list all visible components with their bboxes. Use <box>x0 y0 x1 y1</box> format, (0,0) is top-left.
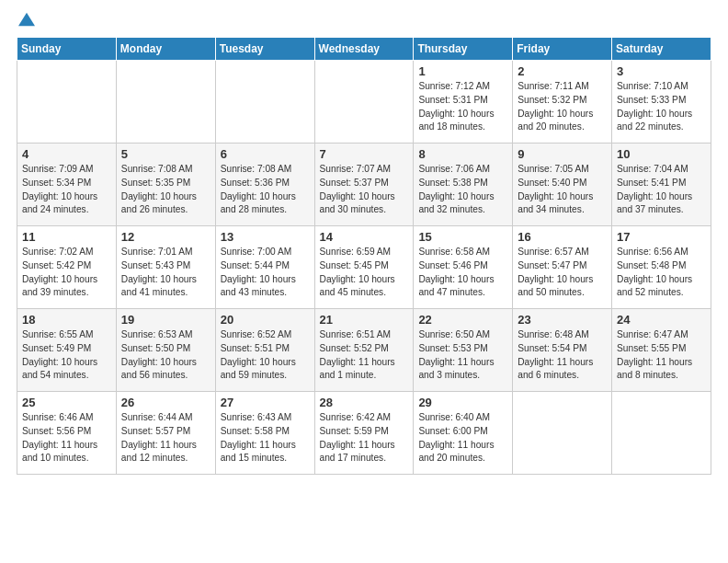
calendar-cell: 13Sunrise: 7:00 AM Sunset: 5:44 PM Dayli… <box>215 226 314 309</box>
day-info: Sunrise: 7:09 AM Sunset: 5:34 PM Dayligh… <box>22 163 111 217</box>
weekday-header-monday: Monday <box>116 38 215 61</box>
calendar-cell <box>215 61 314 144</box>
day-info: Sunrise: 6:53 AM Sunset: 5:50 PM Dayligh… <box>121 328 210 383</box>
day-number: 8 <box>418 147 507 161</box>
weekday-header-tuesday: Tuesday <box>215 38 314 61</box>
day-number: 7 <box>320 147 409 161</box>
day-number: 23 <box>518 313 607 327</box>
day-info: Sunrise: 7:02 AM Sunset: 5:42 PM Dayligh… <box>22 246 111 300</box>
calendar-cell <box>116 61 215 144</box>
calendar-table: SundayMondayTuesdayWednesdayThursdayFrid… <box>17 37 711 475</box>
day-number: 10 <box>617 147 706 161</box>
day-number: 22 <box>418 313 507 327</box>
calendar-cell: 18Sunrise: 6:55 AM Sunset: 5:49 PM Dayli… <box>17 309 117 392</box>
day-info: Sunrise: 6:47 AM Sunset: 5:55 PM Dayligh… <box>617 328 706 383</box>
calendar-cell <box>17 61 117 144</box>
calendar-cell: 2Sunrise: 7:11 AM Sunset: 5:32 PM Daylig… <box>513 61 612 144</box>
calendar-cell: 7Sunrise: 7:07 AM Sunset: 5:37 PM Daylig… <box>314 144 414 226</box>
day-info: Sunrise: 6:48 AM Sunset: 5:54 PM Dayligh… <box>518 328 607 383</box>
day-number: 15 <box>418 230 507 244</box>
day-info: Sunrise: 7:08 AM Sunset: 5:36 PM Dayligh… <box>221 163 310 217</box>
calendar-cell: 5Sunrise: 7:08 AM Sunset: 5:35 PM Daylig… <box>116 144 215 226</box>
day-number: 5 <box>121 147 210 161</box>
calendar-cell: 19Sunrise: 6:53 AM Sunset: 5:50 PM Dayli… <box>116 309 215 392</box>
weekday-header-sunday: Sunday <box>17 38 117 61</box>
day-number: 4 <box>22 147 111 161</box>
header <box>17 17 711 28</box>
calendar-cell: 9Sunrise: 7:05 AM Sunset: 5:40 PM Daylig… <box>513 144 612 226</box>
svg-marker-0 <box>18 13 35 26</box>
calendar-cell: 1Sunrise: 7:12 AM Sunset: 5:31 PM Daylig… <box>414 61 513 144</box>
day-number: 20 <box>221 313 310 327</box>
calendar-cell: 10Sunrise: 7:04 AM Sunset: 5:41 PM Dayli… <box>612 144 711 226</box>
weekday-header-friday: Friday <box>513 38 612 61</box>
day-info: Sunrise: 7:01 AM Sunset: 5:43 PM Dayligh… <box>121 246 210 300</box>
day-number: 3 <box>617 64 706 78</box>
calendar-cell: 24Sunrise: 6:47 AM Sunset: 5:55 PM Dayli… <box>612 309 711 392</box>
calendar-cell: 25Sunrise: 6:46 AM Sunset: 5:56 PM Dayli… <box>17 392 117 475</box>
calendar-cell: 11Sunrise: 7:02 AM Sunset: 5:42 PM Dayli… <box>17 226 117 309</box>
day-info: Sunrise: 7:06 AM Sunset: 5:38 PM Dayligh… <box>418 163 507 217</box>
week-row-5: 25Sunrise: 6:46 AM Sunset: 5:56 PM Dayli… <box>17 392 711 475</box>
day-number: 16 <box>518 230 607 244</box>
day-number: 21 <box>320 313 409 327</box>
day-number: 2 <box>518 64 607 78</box>
week-row-3: 11Sunrise: 7:02 AM Sunset: 5:42 PM Dayli… <box>17 226 711 309</box>
weekday-header-saturday: Saturday <box>612 38 711 61</box>
day-info: Sunrise: 6:52 AM Sunset: 5:51 PM Dayligh… <box>221 328 310 383</box>
page: SundayMondayTuesdayWednesdayThursdayFrid… <box>0 0 728 486</box>
day-info: Sunrise: 6:57 AM Sunset: 5:47 PM Dayligh… <box>518 246 607 300</box>
calendar-cell: 21Sunrise: 6:51 AM Sunset: 5:52 PM Dayli… <box>314 309 414 392</box>
day-info: Sunrise: 7:12 AM Sunset: 5:31 PM Dayligh… <box>418 80 507 134</box>
day-info: Sunrise: 7:05 AM Sunset: 5:40 PM Dayligh… <box>518 163 607 217</box>
logo <box>17 17 35 28</box>
calendar-cell: 29Sunrise: 6:40 AM Sunset: 6:00 PM Dayli… <box>414 392 513 475</box>
day-number: 28 <box>320 396 409 409</box>
calendar-cell: 22Sunrise: 6:50 AM Sunset: 5:53 PM Dayli… <box>414 309 513 392</box>
calendar-cell: 20Sunrise: 6:52 AM Sunset: 5:51 PM Dayli… <box>215 309 314 392</box>
day-number: 25 <box>22 396 111 409</box>
day-info: Sunrise: 6:43 AM Sunset: 5:58 PM Dayligh… <box>221 411 310 465</box>
day-info: Sunrise: 6:58 AM Sunset: 5:46 PM Dayligh… <box>418 246 507 300</box>
weekday-header-row: SundayMondayTuesdayWednesdayThursdayFrid… <box>17 38 711 61</box>
day-info: Sunrise: 6:50 AM Sunset: 5:53 PM Dayligh… <box>418 328 507 383</box>
day-number: 9 <box>518 147 607 161</box>
calendar-cell: 26Sunrise: 6:44 AM Sunset: 5:57 PM Dayli… <box>116 392 215 475</box>
calendar-cell <box>612 392 711 475</box>
day-info: Sunrise: 6:55 AM Sunset: 5:49 PM Dayligh… <box>22 328 111 383</box>
day-info: Sunrise: 6:59 AM Sunset: 5:45 PM Dayligh… <box>320 246 409 300</box>
day-number: 11 <box>22 230 111 244</box>
weekday-header-wednesday: Wednesday <box>314 38 414 61</box>
day-number: 1 <box>418 64 507 78</box>
calendar-cell: 27Sunrise: 6:43 AM Sunset: 5:58 PM Dayli… <box>215 392 314 475</box>
day-info: Sunrise: 7:07 AM Sunset: 5:37 PM Dayligh… <box>320 163 409 217</box>
calendar-cell: 14Sunrise: 6:59 AM Sunset: 5:45 PM Dayli… <box>314 226 414 309</box>
calendar-cell <box>314 61 414 144</box>
logo-icon <box>18 11 35 28</box>
day-info: Sunrise: 6:44 AM Sunset: 5:57 PM Dayligh… <box>121 411 210 465</box>
calendar-cell: 3Sunrise: 7:10 AM Sunset: 5:33 PM Daylig… <box>612 61 711 144</box>
calendar-cell: 16Sunrise: 6:57 AM Sunset: 5:47 PM Dayli… <box>513 226 612 309</box>
week-row-1: 1Sunrise: 7:12 AM Sunset: 5:31 PM Daylig… <box>17 61 711 144</box>
day-info: Sunrise: 6:40 AM Sunset: 6:00 PM Dayligh… <box>418 411 507 465</box>
day-number: 17 <box>617 230 706 244</box>
day-number: 14 <box>320 230 409 244</box>
day-number: 24 <box>617 313 706 327</box>
calendar-cell: 23Sunrise: 6:48 AM Sunset: 5:54 PM Dayli… <box>513 309 612 392</box>
day-info: Sunrise: 6:51 AM Sunset: 5:52 PM Dayligh… <box>320 328 409 383</box>
day-number: 13 <box>221 230 310 244</box>
day-info: Sunrise: 7:08 AM Sunset: 5:35 PM Dayligh… <box>121 163 210 217</box>
day-number: 26 <box>121 396 210 409</box>
day-number: 19 <box>121 313 210 327</box>
day-info: Sunrise: 7:00 AM Sunset: 5:44 PM Dayligh… <box>221 246 310 300</box>
calendar-cell: 17Sunrise: 6:56 AM Sunset: 5:48 PM Dayli… <box>612 226 711 309</box>
calendar-cell <box>513 392 612 475</box>
week-row-2: 4Sunrise: 7:09 AM Sunset: 5:34 PM Daylig… <box>17 144 711 226</box>
day-info: Sunrise: 6:46 AM Sunset: 5:56 PM Dayligh… <box>22 411 111 465</box>
calendar-cell: 8Sunrise: 7:06 AM Sunset: 5:38 PM Daylig… <box>414 144 513 226</box>
day-number: 27 <box>221 396 310 409</box>
day-number: 12 <box>121 230 210 244</box>
day-info: Sunrise: 7:04 AM Sunset: 5:41 PM Dayligh… <box>617 163 706 217</box>
calendar-cell: 28Sunrise: 6:42 AM Sunset: 5:59 PM Dayli… <box>314 392 414 475</box>
weekday-header-thursday: Thursday <box>414 38 513 61</box>
